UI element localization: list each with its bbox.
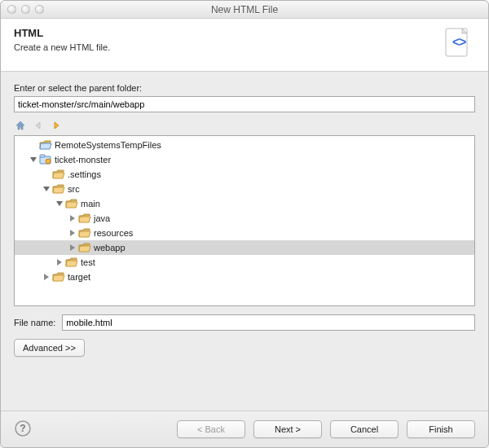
filename-input[interactable] <box>62 314 475 331</box>
disclosure-down-icon[interactable] <box>41 183 52 195</box>
svg-marker-4 <box>16 121 24 130</box>
tree-node-src[interactable]: src <box>15 182 474 196</box>
tree-node-target[interactable]: target <box>15 270 474 284</box>
tree-node-main[interactable]: main <box>15 196 474 211</box>
window-title: New HTML File <box>1 4 488 15</box>
parent-folder-input[interactable] <box>14 96 475 112</box>
folder-open-icon <box>65 198 78 209</box>
tree-node-label: main <box>81 199 100 209</box>
home-icon[interactable] <box>14 119 27 132</box>
folder-open-icon <box>65 257 78 268</box>
svg-marker-5 <box>30 157 37 162</box>
header-subheading: Create a new HTML file. <box>14 42 110 52</box>
back-button[interactable]: < Back <box>177 420 245 438</box>
svg-marker-12 <box>70 230 75 236</box>
disclosure-right-icon[interactable] <box>41 271 52 283</box>
svg-marker-11 <box>70 215 75 222</box>
svg-text:>: > <box>459 35 466 49</box>
tree-node-test[interactable]: test <box>15 255 474 270</box>
svg-marker-10 <box>56 201 63 206</box>
filename-label: File name: <box>14 318 55 327</box>
help-icon[interactable]: ? <box>14 419 33 439</box>
parent-folder-label: Enter or select the parent folder: <box>14 83 475 93</box>
disclosure-right-icon[interactable] <box>67 227 78 239</box>
folder-open-icon <box>78 242 91 253</box>
tree-node-java[interactable]: java <box>15 211 474 226</box>
tree-node-label: .settings <box>68 169 101 179</box>
finish-button[interactable]: Finish <box>407 420 475 438</box>
disclosure-right-icon[interactable] <box>67 242 78 253</box>
tree-node-label: webapp <box>94 243 126 253</box>
tree-node-label: test <box>81 257 95 267</box>
next-button[interactable]: Next > <box>253 420 322 438</box>
folder-open-blue-icon <box>39 139 52 151</box>
svg-rect-7 <box>40 155 45 157</box>
project-icon <box>39 154 52 165</box>
tree-node-label: target <box>68 272 90 282</box>
titlebar: New HTML File <box>1 1 488 19</box>
html-page-icon: < > <box>441 27 475 61</box>
folder-open-icon <box>78 213 91 224</box>
tree-node-label: ticket-monster <box>55 155 111 165</box>
advanced-button[interactable]: Advanced >> <box>14 339 85 357</box>
folder-open-icon <box>52 271 65 283</box>
tree-node-label: java <box>94 213 110 223</box>
forward-arrow-icon[interactable] <box>50 119 63 132</box>
dialog-footer: ? < Back Next > Cancel Finish <box>1 411 488 447</box>
tree-node-label: src <box>68 184 80 194</box>
disclosure-right-icon[interactable] <box>54 257 65 268</box>
back-arrow-icon[interactable] <box>32 119 45 132</box>
svg-point-8 <box>46 159 51 164</box>
dialog-header: HTML Create a new HTML file. < > <box>1 19 488 72</box>
folder-open-icon <box>78 227 91 239</box>
tree-node-remote[interactable]: RemoteSystemsTempFiles <box>15 138 474 152</box>
tree-nav-toolbar <box>14 117 475 134</box>
svg-text:?: ? <box>20 423 25 434</box>
tree-node-resources[interactable]: resources <box>15 226 474 240</box>
tree-node-label: resources <box>94 228 133 238</box>
tree-node-webapp[interactable]: webapp <box>15 240 474 255</box>
svg-marker-14 <box>57 259 62 266</box>
svg-marker-9 <box>43 187 50 191</box>
folder-tree[interactable]: RemoteSystemsTempFilesticket-monster.set… <box>14 135 475 306</box>
folder-open-icon <box>52 183 65 195</box>
cancel-button[interactable]: Cancel <box>330 420 399 438</box>
disclosure-right-icon[interactable] <box>67 213 78 224</box>
tree-node-ticket[interactable]: ticket-monster <box>15 152 474 167</box>
disclosure-down-icon[interactable] <box>28 154 39 165</box>
svg-marker-13 <box>70 244 75 251</box>
folder-open-icon <box>52 169 65 180</box>
svg-marker-15 <box>44 274 49 280</box>
disclosure-down-icon[interactable] <box>54 198 65 209</box>
tree-node-label: RemoteSystemsTempFiles <box>55 140 161 150</box>
tree-node-settings[interactable]: .settings <box>15 167 474 182</box>
header-heading: HTML <box>14 27 110 39</box>
